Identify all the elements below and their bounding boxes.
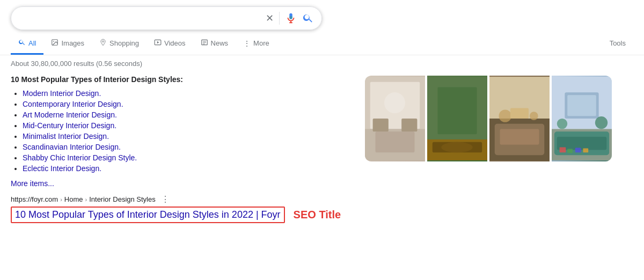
clear-icon[interactable]: ✕ bbox=[266, 12, 274, 24]
image-grid bbox=[365, 76, 612, 161]
nav-tabs: All Images Shopping Videos News ⋮ More T… bbox=[0, 33, 644, 55]
snippet-link-5[interactable]: Minimalist Interior Design. bbox=[23, 132, 109, 141]
svg-rect-28 bbox=[510, 108, 529, 119]
images-icon bbox=[51, 39, 58, 48]
divider bbox=[279, 12, 280, 25]
svg-rect-40 bbox=[575, 148, 581, 153]
breadcrumb-crumb1: Home bbox=[64, 195, 83, 203]
room-image-3[interactable] bbox=[489, 76, 550, 161]
breadcrumb-sep-2: › bbox=[85, 196, 87, 203]
svg-rect-17 bbox=[437, 87, 477, 135]
tab-shopping[interactable]: Shopping bbox=[92, 33, 147, 55]
tab-videos-label: Videos bbox=[164, 39, 186, 47]
featured-snippet: 10 Most Popular Types of Interior Design… bbox=[11, 75, 343, 188]
breadcrumb-sep-1: › bbox=[60, 196, 62, 203]
tab-images-label: Images bbox=[61, 39, 84, 47]
svg-marker-3 bbox=[157, 41, 159, 44]
svg-point-20 bbox=[441, 142, 472, 152]
room-image-2[interactable] bbox=[427, 76, 487, 161]
news-icon bbox=[201, 39, 208, 48]
tab-all[interactable]: All bbox=[11, 33, 43, 55]
svg-point-36 bbox=[557, 119, 567, 129]
svg-point-1 bbox=[54, 41, 55, 42]
videos-icon bbox=[154, 39, 162, 48]
results-left: About 30,80,00,000 results (0.56 seconds… bbox=[11, 60, 343, 223]
more-icon: ⋮ bbox=[243, 39, 251, 48]
search-icons: ✕ bbox=[266, 12, 314, 25]
tab-news-label: News bbox=[211, 39, 229, 47]
result-breadcrumb: https://foyr.com › Home › Interior Desig… bbox=[11, 194, 343, 204]
result-menu-icon[interactable]: ⋮ bbox=[161, 194, 170, 204]
list-item: Eclectic Interior Design. bbox=[23, 164, 343, 173]
snippet-link-8[interactable]: Eclectic Interior Design. bbox=[23, 164, 101, 173]
svg-rect-39 bbox=[567, 149, 573, 153]
result-title-link[interactable]: 10 Most Popular Types of Interior Design… bbox=[11, 207, 285, 223]
room-image-1[interactable] bbox=[365, 76, 425, 161]
result-entry: https://foyr.com › Home › Interior Desig… bbox=[11, 194, 343, 223]
svg-rect-13 bbox=[373, 119, 389, 131]
svg-rect-11 bbox=[375, 131, 414, 152]
search-button-icon[interactable] bbox=[302, 12, 314, 24]
svg-point-27 bbox=[530, 112, 538, 120]
mic-icon[interactable] bbox=[285, 12, 297, 24]
tab-all-label: All bbox=[28, 39, 36, 47]
seo-title-label: SEO Title bbox=[294, 209, 341, 221]
search-bar-area: types of interior design styles ✕ bbox=[0, 0, 644, 30]
list-item: Contemporary Interior Design. bbox=[23, 100, 343, 108]
snippet-title: 10 Most Popular Types of Interior Design… bbox=[11, 75, 343, 84]
search-box: types of interior design styles ✕ bbox=[11, 6, 322, 30]
list-item: Mid-Century Interior Design. bbox=[23, 121, 343, 130]
tab-tools-label: Tools bbox=[610, 39, 626, 47]
list-item: Scandinavian Interior Design. bbox=[23, 143, 343, 151]
snippet-link-4[interactable]: Mid-Century Interior Design. bbox=[23, 121, 116, 130]
svg-rect-35 bbox=[567, 95, 596, 116]
svg-point-37 bbox=[595, 116, 608, 129]
snippet-link-1[interactable]: Modern Interior Design. bbox=[23, 89, 101, 98]
room-image-4[interactable] bbox=[552, 76, 612, 161]
snippet-link-7[interactable]: Shabby Chic Interior Design Style. bbox=[23, 153, 137, 162]
svg-rect-41 bbox=[583, 149, 588, 153]
results-right bbox=[365, 60, 612, 223]
search-input[interactable]: types of interior design styles bbox=[19, 13, 266, 23]
list-item: Minimalist Interior Design. bbox=[23, 132, 343, 141]
tab-shopping-label: Shopping bbox=[109, 39, 139, 47]
tab-news[interactable]: News bbox=[193, 33, 236, 55]
more-items-link[interactable]: More items... bbox=[11, 179, 54, 188]
breadcrumb-crumb2: Interior Design Styles bbox=[89, 195, 156, 203]
list-item: Modern Interior Design. bbox=[23, 89, 343, 98]
snippet-link-6[interactable]: Scandinavian Interior Design. bbox=[23, 143, 121, 151]
svg-point-26 bbox=[499, 109, 511, 122]
results-count: About 30,80,00,000 results (0.56 seconds… bbox=[11, 60, 343, 68]
snippet-list: Modern Interior Design. Contemporary Int… bbox=[11, 89, 343, 173]
shopping-icon bbox=[99, 39, 107, 48]
svg-rect-38 bbox=[560, 148, 566, 153]
tab-videos[interactable]: Videos bbox=[147, 33, 193, 55]
all-icon bbox=[18, 39, 26, 48]
list-item: Art Moderne Interior Design. bbox=[23, 110, 343, 119]
results-area: About 30,80,00,000 results (0.56 seconds… bbox=[0, 55, 644, 223]
result-domain: https://foyr.com bbox=[11, 195, 58, 203]
svg-rect-25 bbox=[500, 129, 539, 144]
tab-images[interactable]: Images bbox=[43, 33, 92, 55]
tab-more[interactable]: ⋮ More bbox=[236, 34, 277, 55]
result-title-row: 10 Most Popular Types of Interior Design… bbox=[11, 207, 343, 223]
list-item: Shabby Chic Interior Design Style. bbox=[23, 153, 343, 162]
svg-rect-14 bbox=[401, 119, 417, 131]
snippet-link-2[interactable]: Contemporary Interior Design. bbox=[23, 100, 123, 108]
tab-tools[interactable]: Tools bbox=[602, 34, 633, 54]
snippet-link-3[interactable]: Art Moderne Interior Design. bbox=[23, 110, 117, 119]
svg-point-12 bbox=[384, 92, 405, 113]
tab-more-label: More bbox=[253, 39, 269, 47]
